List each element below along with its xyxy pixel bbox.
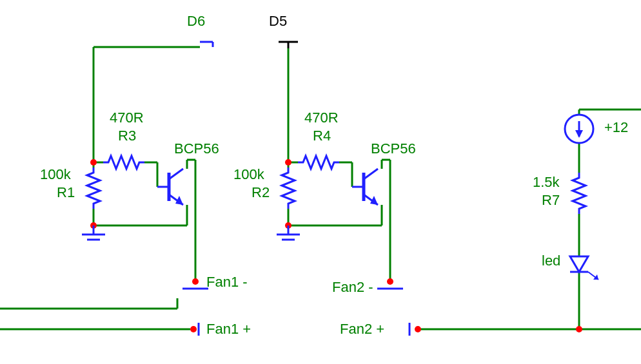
label-led: led — [542, 253, 560, 269]
label-d6: D6 — [187, 13, 205, 30]
diode-led — [570, 256, 588, 272]
label-r1-value: 100k — [40, 166, 71, 183]
transistor-q2 — [352, 169, 378, 205]
label-q2-type: BCP56 — [371, 140, 416, 157]
label-d5: D5 — [269, 13, 287, 30]
ground-1 — [82, 225, 105, 240]
port-d6 — [200, 42, 213, 47]
svg-point-50 — [387, 278, 393, 285]
led-emit-icon — [588, 272, 598, 280]
label-q1-type: BCP56 — [174, 140, 219, 157]
resistor-r3 — [103, 156, 144, 169]
svg-point-34 — [190, 326, 197, 332]
label-r7-ref: R7 — [542, 192, 560, 209]
label-r2-ref: R2 — [251, 184, 270, 201]
svg-point-33 — [192, 278, 199, 285]
svg-point-31 — [90, 159, 97, 166]
label-r4-value: 470R — [304, 110, 339, 126]
ground-2 — [277, 225, 300, 240]
svg-point-48 — [285, 159, 291, 166]
label-fan1-pos: Fan1 + — [206, 321, 251, 338]
label-fan1-neg: Fan1 - — [206, 274, 248, 291]
label-r2-value: 100k — [233, 166, 264, 183]
current-source-12v — [565, 115, 593, 143]
label-fan2-neg: Fan2 - — [332, 279, 373, 296]
svg-point-51 — [415, 326, 421, 332]
svg-point-60 — [576, 326, 582, 332]
resistor-r1 — [87, 168, 100, 209]
label-fan2-pos: Fan2 + — [340, 321, 384, 338]
label-r1-ref: R1 — [57, 184, 75, 201]
label-r3-ref: R3 — [118, 128, 136, 144]
label-r7-value: 1.5k — [533, 174, 560, 191]
label-r4-ref: R4 — [313, 128, 331, 144]
label-12v: +12 — [604, 119, 628, 136]
port-d5 — [279, 42, 298, 48]
net-block3 — [579, 110, 641, 329]
resistor-r7 — [573, 173, 586, 214]
resistor-r2 — [282, 168, 295, 209]
label-r3-value: 470R — [110, 110, 144, 126]
transistor-q1 — [157, 169, 183, 205]
resistor-r4 — [298, 156, 339, 169]
